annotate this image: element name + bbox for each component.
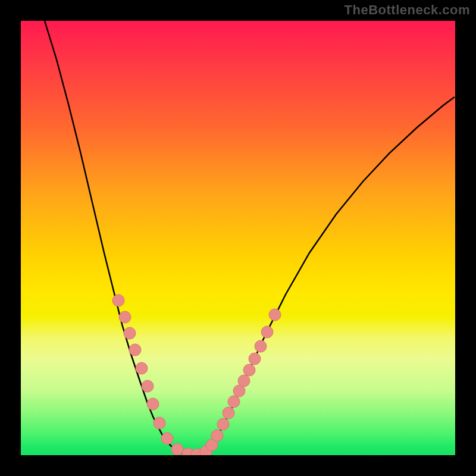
gradient-background bbox=[21, 21, 455, 455]
watermark-text: TheBottleneck.com bbox=[345, 2, 470, 18]
plot-area bbox=[21, 21, 455, 455]
chart-container: TheBottleneck.com bbox=[0, 0, 476, 476]
